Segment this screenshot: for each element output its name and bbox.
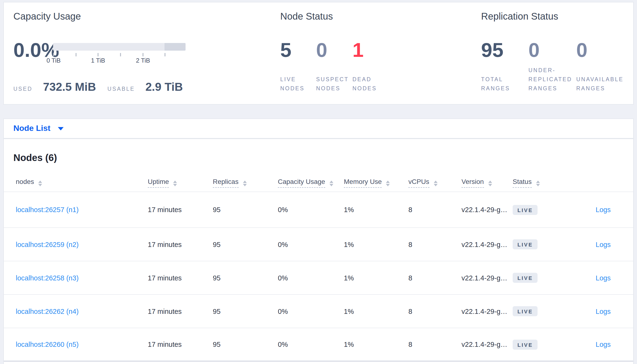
total-ranges-stat: 95 TOTAL RANGES <box>481 38 524 93</box>
table-row: localhost:26262 (n4) 17 minutes 95 0% 1%… <box>4 295 633 328</box>
axis-tick <box>98 53 99 56</box>
sort-icon <box>173 180 177 186</box>
sort-icon <box>434 180 437 186</box>
node-link[interactable]: localhost:26260 (n5) <box>16 340 79 348</box>
logs-link[interactable]: Logs <box>596 206 611 214</box>
nodes-card: Nodes (6) nodes Uptime Replicas Capacity… <box>3 138 634 364</box>
status-badge: LIVE <box>513 273 538 283</box>
vcpus-cell: 8 <box>408 340 462 348</box>
column-header-replicas[interactable]: Replicas <box>213 178 278 186</box>
axis-tick-label: 2 TiB <box>136 57 150 64</box>
sort-icon <box>536 180 540 186</box>
status-badge: LIVE <box>513 340 538 350</box>
memory-cell: 1% <box>344 206 408 214</box>
vcpus-cell: 8 <box>408 240 462 248</box>
memory-cell: 1% <box>344 274 408 282</box>
capacity-cell: 0% <box>278 274 344 282</box>
status-badge: LIVE <box>513 239 538 249</box>
column-header-status[interactable]: Status <box>513 178 560 186</box>
status-badge: LIVE <box>513 205 538 215</box>
uptime-cell: 17 minutes <box>148 240 213 248</box>
under-replicated-ranges-label: UNDER- REPLICATED RANGES <box>528 67 574 93</box>
uptime-cell: 17 minutes <box>148 274 213 282</box>
axis-tick-label: 1 TiB <box>91 57 105 64</box>
replicas-cell: 95 <box>213 274 278 282</box>
memory-cell: 1% <box>344 308 408 315</box>
dead-nodes-stat: 1 DEAD NODES <box>353 38 386 93</box>
axis-tick <box>76 53 77 56</box>
suspect-nodes-label: SUSPECT NODES <box>316 67 351 93</box>
chevron-down-icon <box>58 127 64 130</box>
live-nodes-label: LIVE NODES <box>280 67 314 93</box>
capacity-cell: 0% <box>278 240 344 248</box>
cluster-overview-page: Capacity Usage 0.0% 0 TiB 1 TiB 2 TiB US… <box>0 0 637 364</box>
unavailable-ranges-stat: 0 UNAVAILABLE RANGES <box>576 38 624 93</box>
node-link[interactable]: localhost:26259 (n2) <box>16 240 79 248</box>
used-label: USED <box>14 86 33 92</box>
capacity-cell: 0% <box>278 206 344 214</box>
uptime-cell: 17 minutes <box>148 206 213 214</box>
view-selector-bar: Node List <box>3 118 634 138</box>
logs-link[interactable]: Logs <box>596 274 611 282</box>
version-cell: v22.1.4-29-g… <box>462 308 513 315</box>
nodes-section-title: Nodes (6) <box>14 152 633 163</box>
status-badge: LIVE <box>513 306 538 316</box>
live-nodes-count: 5 <box>280 38 314 62</box>
capacity-cell: 0% <box>278 308 344 315</box>
table-row: localhost:26259 (n2) 17 minutes 95 0% 1%… <box>4 228 633 261</box>
under-replicated-ranges-stat: 0 UNDER- REPLICATED RANGES <box>528 38 574 93</box>
logs-link[interactable]: Logs <box>596 340 611 348</box>
column-header-vcpus[interactable]: vCPUs <box>408 178 462 186</box>
logs-link[interactable]: Logs <box>596 308 611 315</box>
axis-tick-label: 0 TiB <box>46 57 61 64</box>
vcpus-cell: 8 <box>408 206 462 214</box>
sort-icon <box>386 180 390 186</box>
column-header-memory-use[interactable]: Memory Use <box>344 178 408 186</box>
node-status-title: Node Status <box>280 11 333 22</box>
usable-value: 2.9 TiB <box>145 80 183 94</box>
total-ranges-label: TOTAL RANGES <box>481 67 524 93</box>
sort-icon <box>488 180 492 186</box>
replicas-cell: 95 <box>213 206 278 214</box>
total-ranges-count: 95 <box>481 38 524 62</box>
replicas-cell: 95 <box>213 340 278 348</box>
table-row: localhost:26260 (n5) 17 minutes 95 0% 1%… <box>4 328 633 362</box>
sort-icon <box>38 180 42 186</box>
replication-status-title: Replication Status <box>481 11 558 22</box>
version-cell: v22.1.4-29-g… <box>462 274 513 282</box>
node-link[interactable]: localhost:26257 (n1) <box>16 206 79 214</box>
uptime-cell: 17 minutes <box>148 340 213 348</box>
nodes-table-header: nodes Uptime Replicas Capacity Usage Mem… <box>4 172 633 192</box>
vcpus-cell: 8 <box>408 274 462 282</box>
node-list-dropdown[interactable]: Node List <box>14 124 64 133</box>
uptime-cell: 17 minutes <box>148 308 213 315</box>
unavailable-ranges-count: 0 <box>576 38 624 62</box>
sort-icon <box>330 180 333 186</box>
node-link[interactable]: localhost:26258 (n3) <box>16 274 79 282</box>
node-link[interactable]: localhost:26262 (n4) <box>16 308 79 315</box>
capacity-usage-bar-reserved-segment <box>165 43 186 51</box>
capacity-cell: 0% <box>278 340 344 348</box>
unavailable-ranges-label: UNAVAILABLE RANGES <box>576 67 624 93</box>
dead-nodes-label: DEAD NODES <box>353 67 386 93</box>
dead-nodes-count: 1 <box>353 38 386 62</box>
version-cell: v22.1.4-29-g… <box>462 240 513 248</box>
version-cell: v22.1.4-29-g… <box>462 206 513 214</box>
column-header-nodes[interactable]: nodes <box>16 178 148 186</box>
live-nodes-stat: 5 LIVE NODES <box>280 38 314 93</box>
sort-icon <box>243 180 246 186</box>
node-list-dropdown-label: Node List <box>14 124 51 133</box>
suspect-nodes-stat: 0 SUSPECT NODES <box>316 38 351 93</box>
capacity-axis-ticks <box>53 53 186 57</box>
column-header-uptime[interactable]: Uptime <box>148 178 213 186</box>
memory-cell: 1% <box>344 340 408 348</box>
version-cell: v22.1.4-29-g… <box>462 340 513 348</box>
axis-tick <box>120 53 121 56</box>
column-header-capacity-usage[interactable]: Capacity Usage <box>278 178 344 186</box>
logs-link[interactable]: Logs <box>596 240 611 248</box>
cluster-summary-card: Capacity Usage 0.0% 0 TiB 1 TiB 2 TiB US… <box>3 2 634 104</box>
axis-tick <box>143 53 143 56</box>
column-header-version[interactable]: Version <box>462 178 513 186</box>
replicas-cell: 95 <box>213 308 278 315</box>
table-row: localhost:26258 (n3) 17 minutes 95 0% 1%… <box>4 261 633 295</box>
